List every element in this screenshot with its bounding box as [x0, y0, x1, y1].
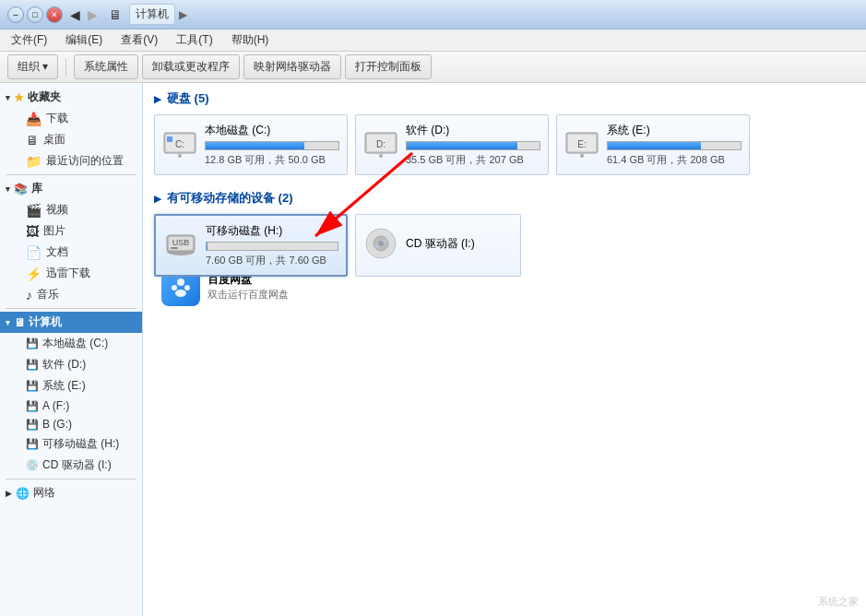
sidebar-desktop-label: 桌面	[43, 132, 65, 148]
sidebar: ▾ ★ 收藏夹 📥 下载 🖥 桌面 📁 最近访问的位置 ▾ 📚	[0, 83, 143, 616]
sidebar-item-desktop[interactable]: 🖥 桌面	[0, 129, 142, 150]
minimize-button[interactable]: –	[7, 6, 24, 23]
sidebar-item-recent[interactable]: 📁 最近访问的位置	[0, 150, 142, 172]
library-label: 库	[31, 181, 42, 196]
sys-props-button[interactable]: 系统属性	[74, 54, 138, 79]
uninstall-button[interactable]: 卸载或更改程序	[142, 54, 240, 79]
sidebar-picture-label: 图片	[43, 223, 65, 239]
svg-rect-3	[167, 136, 172, 142]
close-button[interactable]: ✕	[46, 6, 63, 23]
maximize-button[interactable]: □	[27, 6, 43, 23]
e-drive-bar-container	[607, 141, 741, 150]
h-drive-bar	[207, 243, 208, 250]
computer-expand-icon: ▾	[6, 318, 10, 327]
document-icon: 📄	[26, 245, 42, 260]
sidebar-item-music[interactable]: ♪ 音乐	[0, 284, 142, 305]
nav-forward-icon[interactable]: ▶	[88, 7, 98, 22]
library-icon: 📚	[14, 183, 28, 195]
menu-help[interactable]: 帮助(H)	[228, 30, 273, 50]
c-drive-size: 12.8 GB 可用，共 50.0 GB	[205, 153, 339, 167]
computer-label: 计算机	[29, 314, 62, 330]
c-drive-bar	[206, 142, 304, 149]
h-drive-disk-icon: USB	[163, 226, 198, 266]
h-drive-info: 可移动磁盘 (H:) 7.60 GB 可用，共 7.60 GB	[206, 223, 338, 267]
svg-point-24	[172, 285, 177, 290]
thunder-icon: ⚡	[26, 267, 42, 281]
breadcrumb: ◀ ▶ 🖥 计算机 ▶	[70, 4, 187, 25]
menu-view[interactable]: 查看(V)	[117, 30, 161, 50]
sidebar-i-drive-label: CD 驱动器 (I:)	[42, 457, 112, 473]
c-drive-item[interactable]: C: 本地磁盘 (C:) 12.8 GB 可用，共 50.0 GB	[154, 114, 348, 175]
sidebar-item-c-drive[interactable]: 💾 本地磁盘 (C:)	[0, 333, 142, 354]
sidebar-divider-3	[6, 479, 136, 480]
sidebar-item-f-drive[interactable]: 💾 A (F:)	[0, 397, 142, 415]
removable-section-header: 有可移动存储的设备 (2)	[154, 190, 855, 207]
title-bar: – □ ✕ ◀ ▶ 🖥 计算机 ▶	[0, 0, 866, 30]
h-drive-item[interactable]: USB 可移动磁盘 (H:) 7.60 GB 可用，共 7.60 GB	[154, 214, 348, 277]
sidebar-computer-header[interactable]: ▾ 🖥 计算机	[0, 312, 142, 333]
e-drive-info: 系统 (E:) 61.4 GB 可用，共 208 GB	[607, 123, 741, 167]
d-drive-bar	[407, 142, 517, 149]
d-drive-item[interactable]: D: 软件 (D:) 35.5 GB 可用，共 207 GB	[355, 114, 549, 175]
sidebar-d-drive-label: 软件 (D:)	[42, 357, 86, 373]
map-drive-button[interactable]: 映射网络驱动器	[243, 54, 341, 79]
h-drive-size: 7.60 GB 可用，共 7.60 GB	[206, 254, 338, 267]
h-drive-name: 可移动磁盘 (H:)	[206, 223, 338, 239]
computer-icon: 🖥	[109, 7, 122, 22]
sidebar-item-document[interactable]: 📄 文档	[0, 242, 142, 263]
sidebar-item-network[interactable]: ▶ 🌐 网络	[0, 482, 142, 503]
e-drive-item[interactable]: E: 系统 (E:) 61.4 GB 可用，共 208 GB	[556, 114, 750, 175]
sidebar-item-thunder[interactable]: ⚡ 迅雷下载	[0, 263, 142, 284]
sidebar-item-d-drive[interactable]: 💾 软件 (D:)	[0, 354, 142, 375]
nav-back-icon[interactable]: ◀	[70, 7, 80, 22]
d-drive-name: 软件 (D:)	[406, 123, 540, 138]
e-drive-name: 系统 (E:)	[607, 123, 741, 138]
sidebar-item-video[interactable]: 🎬 视频	[0, 199, 142, 220]
sidebar-item-g-drive[interactable]: 💾 B (G:)	[0, 415, 142, 433]
sidebar-library-header[interactable]: ▾ 📚 库	[0, 178, 142, 199]
menu-file[interactable]: 文件(F)	[7, 30, 51, 50]
menu-edit[interactable]: 编辑(E)	[62, 30, 106, 50]
organize-button[interactable]: 组织 ▾	[7, 54, 58, 79]
sidebar-recent-label: 最近访问的位置	[46, 153, 124, 169]
sidebar-thunder-label: 迅雷下载	[46, 266, 90, 281]
menu-tools[interactable]: 工具(T)	[172, 30, 216, 50]
sidebar-item-download[interactable]: 📥 下载	[0, 108, 142, 129]
svg-text:D:: D:	[376, 139, 386, 149]
svg-point-11	[580, 154, 584, 158]
desktop-icon: 🖥	[26, 133, 39, 148]
sidebar-download-label: 下载	[46, 111, 68, 126]
sidebar-document-label: 文档	[46, 244, 68, 260]
harddisk-section-header: 硬盘 (5)	[154, 90, 855, 107]
sidebar-item-h-drive[interactable]: 💾 可移动磁盘 (H:)	[0, 433, 142, 455]
h-drive-bar-container	[206, 242, 338, 251]
c-drive-icon: 💾	[26, 338, 39, 349]
window-controls[interactable]: – □ ✕	[7, 6, 63, 23]
sidebar-section-favorites: ▾ ★ 收藏夹 📥 下载 🖥 桌面 📁 最近访问的位置	[0, 87, 142, 172]
sidebar-item-e-drive[interactable]: 💾 系统 (E:)	[0, 375, 142, 397]
video-icon: 🎬	[26, 203, 42, 218]
sidebar-item-picture[interactable]: 🖼 图片	[0, 220, 142, 242]
sidebar-item-i-drive[interactable]: 💿 CD 驱动器 (I:)	[0, 455, 142, 476]
sidebar-network-label: 网络	[33, 485, 55, 501]
e-drive-bar	[608, 142, 701, 149]
control-panel-button[interactable]: 打开控制面板	[345, 54, 432, 79]
sidebar-favorites-header[interactable]: ▾ ★ 收藏夹	[0, 87, 142, 108]
breadcrumb-computer[interactable]: 计算机	[129, 4, 175, 25]
c-drive-name: 本地磁盘 (C:)	[205, 123, 339, 138]
c-drive-bar-container	[205, 141, 339, 150]
i-drive-item[interactable]: CD 驱动器 (I:)	[355, 214, 521, 277]
sidebar-section-library: ▾ 📚 库 🎬 视频 🖼 图片 📄 文档 ⚡ 迅雷下载 ♪	[0, 178, 142, 305]
f-drive-icon: 💾	[26, 400, 39, 412]
toolbar: 组织 ▾ 系统属性 卸载或更改程序 映射网络驱动器 打开控制面板	[0, 52, 866, 83]
svg-text:C:: C:	[175, 139, 184, 149]
g-drive-icon: 💾	[26, 419, 39, 431]
e-drive-size: 61.4 GB 可用，共 208 GB	[607, 153, 741, 167]
sidebar-c-drive-label: 本地磁盘 (C:)	[42, 336, 108, 351]
sidebar-h-drive-label: 可移动磁盘 (H:)	[42, 436, 119, 452]
svg-point-26	[175, 290, 186, 297]
toolbar-separator	[65, 58, 66, 77]
i-drive-disk-icon	[363, 226, 398, 266]
h-drive-icon: 💾	[26, 438, 39, 450]
d-drive-info: 软件 (D:) 35.5 GB 可用，共 207 GB	[406, 123, 540, 167]
